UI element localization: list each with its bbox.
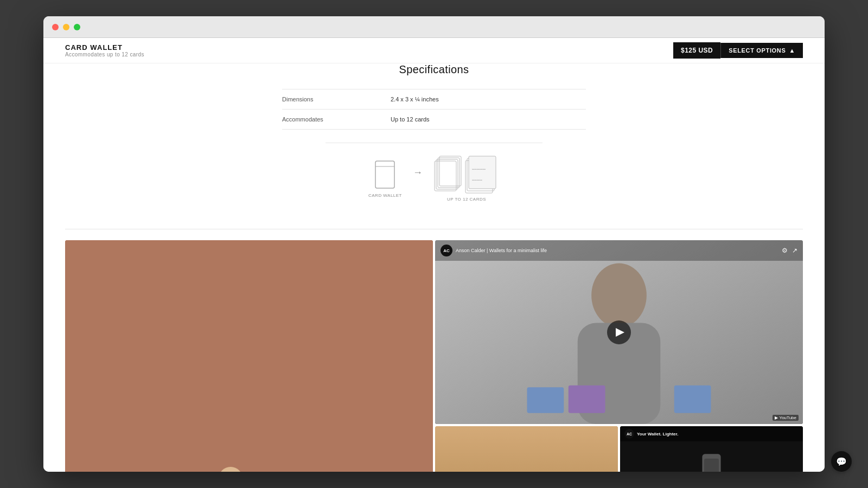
- video-3-bg: AC Your Wallet. Lighter. WALLET: [620, 426, 803, 472]
- ac-badge-1: AC: [441, 245, 452, 256]
- specs-section: Specifications Dimensions 2.4 x 3 x ¼ in…: [43, 63, 825, 213]
- video-3-thumbnail[interactable]: AC Your Wallet. Lighter. WALLET: [620, 426, 803, 472]
- product-title-block: CARD WALLET Accommodates up to 12 cards: [65, 43, 144, 57]
- video-1-top-bar: AC Anson Calder | Wallets for a minimali…: [435, 240, 803, 261]
- traffic-light-yellow[interactable]: [63, 24, 69, 30]
- chat-button[interactable]: 💬: [831, 451, 852, 472]
- svg-rect-29: [435, 426, 618, 472]
- video-1-icons: ⚙ ↗: [782, 247, 797, 254]
- svg-rect-28: [674, 386, 711, 413]
- right-media-column: AC Anson Calder | Wallets for a minimali…: [435, 240, 803, 472]
- page-content: CARD WALLET Accommodates up to 12 cards …: [43, 38, 825, 472]
- video-1-play-button[interactable]: [607, 320, 631, 344]
- spec-value-dimensions: 2.4 x 3 x ¼ inches: [391, 96, 439, 102]
- bottom-videos-row: AC Your Wallet. Lighter. WALLET: [435, 426, 803, 472]
- section-separator: [65, 229, 803, 229]
- svg-text:••••••••••••: ••••••••••••: [472, 168, 486, 171]
- wallet-lighter-content: [620, 441, 803, 472]
- svg-text:•••••••••: •••••••••: [472, 178, 482, 182]
- price-badge: $125 USD: [673, 42, 720, 59]
- wallet-lighter-top-bar: AC Your Wallet. Lighter.: [620, 426, 803, 441]
- cards-stack: •••••••••••• •••••••••: [433, 154, 500, 195]
- video-2-svg: [435, 426, 618, 472]
- traffic-light-red[interactable]: [52, 24, 59, 30]
- svg-rect-26: [527, 387, 564, 413]
- svg-rect-27: [569, 386, 605, 413]
- play-triangle-1: [616, 328, 624, 337]
- svg-point-24: [591, 263, 647, 328]
- video-channel-badge-1: AC Anson Calder | Wallets for a minimali…: [441, 245, 547, 256]
- video-1-thumbnail[interactable]: AC Anson Calder | Wallets for a minimali…: [435, 240, 803, 424]
- play-button-1[interactable]: [607, 320, 631, 344]
- hand-wallet-svg: ANSON CALDER: [65, 240, 433, 472]
- share-icon[interactable]: ↗: [792, 247, 797, 254]
- product-photo-bg: ANSON CALDER: [65, 240, 433, 472]
- diagram-arrow-icon: →: [409, 167, 427, 178]
- spec-row-dimensions: Dimensions 2.4 x 3 x ¼ inches: [282, 89, 586, 109]
- product-subtitle: Accommodates up to 12 cards: [65, 52, 144, 57]
- top-bar: CARD WALLET Accommodates up to 12 cards …: [43, 38, 825, 63]
- video-2-bg: [435, 426, 618, 472]
- svg-rect-12: [65, 240, 433, 472]
- browser-window: CARD WALLET Accommodates up to 12 cards …: [43, 16, 825, 472]
- browser-chrome: [43, 16, 825, 38]
- diagram-cards: •••••••••••• ••••••••• UP TO 12 CARDS: [433, 154, 500, 202]
- spec-label-accommodates: Accommodates: [282, 116, 391, 123]
- spec-row-accommodates: Accommodates Up to 12 cards: [282, 109, 586, 130]
- diagram-wallet: CARD WALLET: [368, 158, 402, 198]
- card-diagram: CARD WALLET →: [326, 143, 542, 213]
- wallet-lighter-overlay: AC Your Wallet. Lighter. WALLET: [620, 426, 803, 472]
- specs-table: Dimensions 2.4 x 3 x ¼ inches Accommodat…: [282, 89, 586, 130]
- specs-title: Specifications: [65, 63, 803, 76]
- traffic-light-green[interactable]: [74, 24, 80, 30]
- main-product-photo: ANSON CALDER: [65, 240, 433, 472]
- ac-badge-3: AC: [624, 429, 634, 439]
- spec-label-dimensions: Dimensions: [282, 96, 391, 102]
- top-bar-actions: $125 USD SELECT OPTIONS ▲: [673, 42, 803, 59]
- specs-content: Specifications Dimensions 2.4 x 3 x ¼ in…: [65, 63, 803, 213]
- video-channel-name-1: Anson Calder | Wallets for a minimalist …: [456, 248, 547, 253]
- chevron-up-icon: ▲: [789, 47, 795, 54]
- svg-rect-0: [375, 161, 394, 188]
- video-2-thumbnail[interactable]: [435, 426, 618, 472]
- svg-rect-8: [469, 156, 496, 189]
- product-title: CARD WALLET: [65, 43, 144, 52]
- select-options-label: SELECT OPTIONS: [729, 47, 786, 54]
- chat-icon: 💬: [836, 457, 847, 467]
- diagram-cards-label: UP TO 12 CARDS: [447, 197, 486, 202]
- cards-group-2-icon: •••••••••••• •••••••••: [464, 154, 500, 195]
- spec-value-accommodates: Up to 12 cards: [391, 116, 430, 123]
- cards-group-1-icon: [433, 156, 463, 194]
- select-options-button[interactable]: SELECT OPTIONS ▲: [720, 43, 803, 58]
- diagram-wallet-label: CARD WALLET: [368, 193, 402, 198]
- media-grid: ANSON CALDER: [65, 240, 803, 472]
- wallet-diagram-icon: [373, 158, 397, 191]
- video-1-duration: ▶ YouTube: [773, 415, 799, 421]
- settings-icon[interactable]: ⚙: [782, 247, 788, 254]
- wallet-lighter-title: Your Wallet. Lighter.: [637, 432, 678, 436]
